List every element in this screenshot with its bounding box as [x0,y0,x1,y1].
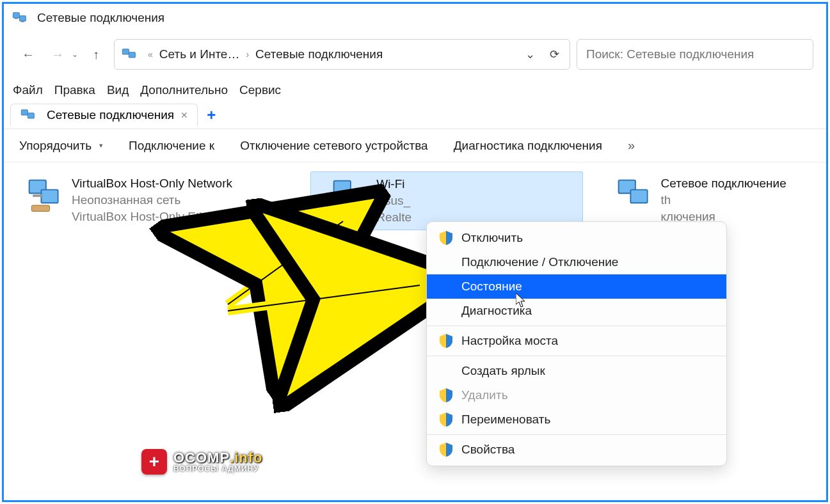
toolbar-diagnose[interactable]: Диагностика подключения [454,139,602,153]
toolbar-connect-to[interactable]: Подключение к [129,139,214,153]
titlebar: Сетевые подключения [4,4,826,32]
toolbar: Упорядочить Подключение к Отключение сет… [4,129,826,162]
breadcrumb-root-chevron[interactable]: « [148,49,153,59]
ctx-label: Удалить [461,388,508,402]
svg-rect-9 [41,190,58,203]
address-dropdown[interactable]: ⌄ [521,47,539,61]
network-connections-icon [121,48,139,61]
back-button[interactable]: ← [17,43,40,66]
svg-line-23 [228,285,420,311]
tab-network-connections[interactable]: Сетевые подключения ✕ [10,104,198,126]
connection-name: Wi-Fi [376,177,411,191]
shield-icon [440,334,452,348]
shield-icon [440,388,452,402]
shield-icon [440,443,452,457]
ctx-properties[interactable]: Свойства [427,437,726,462]
breadcrumb-item[interactable]: Сетевые подключения [255,47,383,61]
svg-rect-4 [122,49,129,54]
shield-icon [440,413,452,427]
svg-rect-11 [31,205,49,211]
network-connections-icon [20,109,38,122]
shield-icon [440,231,452,245]
ctx-label: Переименовать [461,413,550,427]
tab-bar: Сетевые подключения ✕ + [4,101,826,129]
menu-bar: Файл Правка Вид Дополнительно Сервис [4,77,826,101]
search-box[interactable] [577,39,813,70]
toolbar-organize[interactable]: Упорядочить [19,139,103,153]
window-title: Сетевые подключения [37,11,164,25]
svg-rect-7 [28,113,34,118]
menu-view[interactable]: Вид [107,83,129,97]
toolbar-disable-device[interactable]: Отключение сетевого устройства [240,139,428,153]
svg-rect-10 [33,194,42,197]
up-button[interactable]: ↑ [84,43,108,66]
svg-rect-2 [15,18,18,19]
network-connections-icon [12,12,29,24]
connection-item-bluetooth[interactable]: Сетевое подключение th ключения [609,171,811,229]
selection-checkbox[interactable]: ✓ [315,195,328,208]
svg-rect-13 [346,191,363,204]
connection-status: Неопознанная сеть [72,193,246,207]
ctx-label: Подключение / Отключение [461,255,618,269]
svg-rect-0 [13,13,19,18]
breadcrumb-item[interactable]: Сеть и Инте… [159,47,240,61]
connection-status: th [661,193,786,207]
svg-rect-1 [19,16,26,21]
breadcrumb-separator-icon: › [246,49,249,59]
context-menu: Отключить Подключение / Отключение Состо… [426,221,727,466]
new-tab-button[interactable]: + [207,106,216,124]
watermark-badge-icon: + [141,449,167,475]
nav-row: ← → ⌄ ↑ « Сеть и Инте… › Сетевые подключ… [4,32,826,77]
svg-rect-19 [630,190,647,203]
connection-name: VirtualBox Host-Only Network [72,177,246,191]
ctx-disable[interactable]: Отключить [427,226,726,250]
menu-service[interactable]: Сервис [239,83,281,97]
ctx-rename[interactable]: Переименовать [427,407,726,432]
refresh-button[interactable]: ⟳ [545,47,563,61]
menu-file[interactable]: Файл [13,83,43,97]
history-dropdown[interactable]: ⌄ [72,50,78,59]
forward-button[interactable]: → [46,43,69,66]
ctx-separator [427,326,726,326]
search-input[interactable] [586,47,804,61]
tab-label: Сетевые подключения [47,108,174,122]
connection-name: Сетевое подключение [661,177,786,191]
watermark: + OCOMP.info ВОПРОСЫ АДМИНУ [141,449,263,475]
ctx-connect-disconnect[interactable]: Подключение / Отключение [427,250,726,274]
watermark-brand: OCOMP.info [173,451,263,465]
menu-extra[interactable]: Дополнительно [140,83,228,97]
toolbar-overflow[interactable]: » [628,138,635,153]
address-bar[interactable]: « Сеть и Инте… › Сетевые подключения ⌄ ⟳ [114,39,570,70]
connection-status: Asus_ [376,194,411,208]
tab-close-button[interactable]: ✕ [180,110,188,120]
svg-rect-5 [129,52,135,58]
ctx-label: Настройка моста [461,334,558,348]
ctx-shortcut[interactable]: Создать ярлык [427,359,726,383]
svg-rect-6 [21,110,28,115]
ctx-delete: Удалить [427,383,726,407]
ctx-status[interactable]: Состояние [427,274,726,299]
ctx-label: Свойства [461,443,515,457]
ctx-bridge[interactable]: Настройка моста [427,329,726,353]
ctx-label: Отключить [461,231,523,245]
annotation-arrow [215,260,445,339]
network-adapter-icon [26,177,64,215]
menu-edit[interactable]: Правка [54,83,95,97]
ctx-separator [427,434,726,435]
ctx-label: Состояние [461,280,522,294]
cursor-icon [516,293,527,308]
svg-rect-3 [21,21,24,22]
network-adapter-icon [615,177,653,215]
ctx-separator [427,356,726,356]
watermark-subtitle: ВОПРОСЫ АДМИНУ [173,465,263,473]
ctx-diagnostics[interactable]: Диагностика [427,299,726,323]
ctx-label: Создать ярлык [461,364,545,378]
